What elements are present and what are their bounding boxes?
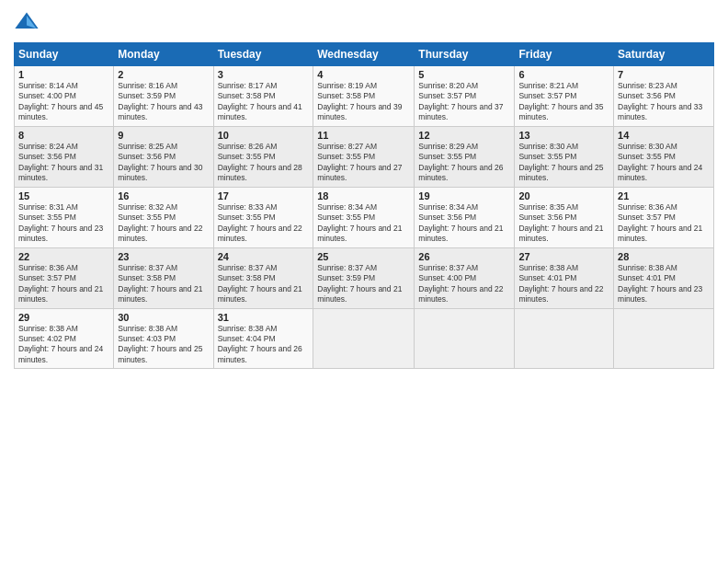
day-cell: 6 Sunrise: 8:21 AM Sunset: 3:57 PM Dayli… [515, 66, 614, 127]
day-info: Sunrise: 8:34 AM Sunset: 3:55 PM Dayligh… [317, 202, 410, 245]
day-info: Sunrise: 8:37 AM Sunset: 3:59 PM Dayligh… [317, 263, 410, 305]
day-info: Sunrise: 8:20 AM Sunset: 3:57 PM Dayligh… [418, 81, 510, 123]
day-info: Sunrise: 8:31 AM Sunset: 3:55 PM Dayligh… [18, 202, 109, 245]
day-cell: 25 Sunrise: 8:37 AM Sunset: 3:59 PM Dayl… [313, 247, 415, 308]
day-number: 22 [18, 251, 109, 262]
day-number: 11 [317, 130, 410, 141]
day-cell: 13 Sunrise: 8:30 AM Sunset: 3:55 PM Dayl… [515, 126, 614, 187]
day-cell: 17 Sunrise: 8:33 AM Sunset: 3:55 PM Dayl… [213, 187, 313, 247]
day-number: 5 [418, 69, 510, 80]
day-cell: 11 Sunrise: 8:27 AM Sunset: 3:55 PM Dayl… [313, 126, 415, 187]
logo [14, 9, 43, 35]
day-cell: 15 Sunrise: 8:31 AM Sunset: 3:55 PM Dayl… [15, 187, 114, 247]
col-header-wednesday: Wednesday [313, 43, 415, 66]
day-cell: 21 Sunrise: 8:36 AM Sunset: 3:57 PM Dayl… [614, 187, 714, 247]
day-number: 30 [118, 312, 209, 323]
day-cell: 10 Sunrise: 8:26 AM Sunset: 3:55 PM Dayl… [213, 126, 313, 187]
day-info: Sunrise: 8:25 AM Sunset: 3:56 PM Dayligh… [118, 142, 209, 184]
day-info: Sunrise: 8:17 AM Sunset: 3:58 PM Dayligh… [218, 81, 310, 123]
day-number: 27 [518, 251, 609, 262]
day-info: Sunrise: 8:16 AM Sunset: 3:59 PM Dayligh… [118, 81, 209, 123]
day-number: 16 [118, 190, 209, 201]
week-row-2: 8 Sunrise: 8:24 AM Sunset: 3:56 PM Dayli… [15, 126, 714, 187]
day-number: 19 [418, 190, 510, 201]
day-info: Sunrise: 8:27 AM Sunset: 3:55 PM Dayligh… [317, 142, 410, 184]
day-info: Sunrise: 8:23 AM Sunset: 3:56 PM Dayligh… [618, 81, 710, 123]
header [14, 9, 714, 35]
day-cell: 2 Sunrise: 8:16 AM Sunset: 3:59 PM Dayli… [114, 66, 213, 127]
day-cell: 29 Sunrise: 8:38 AM Sunset: 4:02 PM Dayl… [15, 308, 114, 369]
day-number: 29 [18, 312, 109, 323]
logo-icon [14, 9, 40, 35]
day-number: 2 [118, 69, 209, 80]
day-info: Sunrise: 8:35 AM Sunset: 3:56 PM Dayligh… [518, 202, 609, 245]
day-info: Sunrise: 8:38 AM Sunset: 4:02 PM Dayligh… [18, 324, 109, 366]
day-number: 23 [118, 251, 209, 262]
day-cell: 8 Sunrise: 8:24 AM Sunset: 3:56 PM Dayli… [15, 126, 114, 187]
day-cell: 24 Sunrise: 8:37 AM Sunset: 3:58 PM Dayl… [213, 247, 313, 308]
day-cell: 9 Sunrise: 8:25 AM Sunset: 3:56 PM Dayli… [114, 126, 213, 187]
day-cell: 16 Sunrise: 8:32 AM Sunset: 3:55 PM Dayl… [114, 187, 213, 247]
day-cell: 7 Sunrise: 8:23 AM Sunset: 3:56 PM Dayli… [614, 66, 714, 127]
day-cell [415, 308, 515, 369]
day-info: Sunrise: 8:30 AM Sunset: 3:55 PM Dayligh… [618, 142, 710, 184]
day-cell: 5 Sunrise: 8:20 AM Sunset: 3:57 PM Dayli… [415, 66, 515, 127]
day-info: Sunrise: 8:24 AM Sunset: 3:56 PM Dayligh… [18, 142, 109, 184]
day-cell: 28 Sunrise: 8:38 AM Sunset: 4:01 PM Dayl… [614, 247, 714, 308]
day-cell: 31 Sunrise: 8:38 AM Sunset: 4:04 PM Dayl… [213, 308, 313, 369]
day-info: Sunrise: 8:37 AM Sunset: 3:58 PM Dayligh… [218, 263, 310, 305]
day-number: 3 [218, 69, 310, 80]
day-info: Sunrise: 8:38 AM Sunset: 4:04 PM Dayligh… [218, 324, 310, 366]
day-info: Sunrise: 8:32 AM Sunset: 3:55 PM Dayligh… [118, 202, 209, 245]
day-number: 14 [618, 130, 710, 141]
week-row-4: 22 Sunrise: 8:36 AM Sunset: 3:57 PM Dayl… [15, 247, 714, 308]
day-info: Sunrise: 8:14 AM Sunset: 4:00 PM Dayligh… [18, 81, 109, 123]
day-number: 15 [18, 190, 109, 201]
day-info: Sunrise: 8:37 AM Sunset: 4:00 PM Dayligh… [418, 263, 510, 305]
day-number: 31 [218, 312, 310, 323]
day-number: 24 [218, 251, 310, 262]
col-header-tuesday: Tuesday [213, 43, 313, 66]
day-number: 25 [317, 251, 410, 262]
day-info: Sunrise: 8:37 AM Sunset: 3:58 PM Dayligh… [118, 263, 209, 305]
day-info: Sunrise: 8:21 AM Sunset: 3:57 PM Dayligh… [518, 81, 609, 123]
col-header-friday: Friday [515, 43, 614, 66]
day-number: 28 [618, 251, 710, 262]
day-info: Sunrise: 8:26 AM Sunset: 3:55 PM Dayligh… [218, 142, 310, 184]
day-info: Sunrise: 8:38 AM Sunset: 4:01 PM Dayligh… [618, 263, 710, 305]
day-number: 12 [418, 130, 510, 141]
day-info: Sunrise: 8:36 AM Sunset: 3:57 PM Dayligh… [618, 202, 710, 245]
day-cell: 18 Sunrise: 8:34 AM Sunset: 3:55 PM Dayl… [313, 187, 415, 247]
day-info: Sunrise: 8:29 AM Sunset: 3:55 PM Dayligh… [418, 142, 510, 184]
day-cell: 1 Sunrise: 8:14 AM Sunset: 4:00 PM Dayli… [15, 66, 114, 127]
day-info: Sunrise: 8:38 AM Sunset: 4:03 PM Dayligh… [118, 324, 209, 366]
day-number: 9 [118, 130, 209, 141]
col-header-monday: Monday [114, 43, 213, 66]
calendar-table: SundayMondayTuesdayWednesdayThursdayFrid… [14, 42, 714, 369]
week-row-1: 1 Sunrise: 8:14 AM Sunset: 4:00 PM Dayli… [15, 66, 714, 127]
day-info: Sunrise: 8:38 AM Sunset: 4:01 PM Dayligh… [518, 263, 609, 305]
calendar-header-row: SundayMondayTuesdayWednesdayThursdayFrid… [15, 43, 714, 66]
day-cell: 20 Sunrise: 8:35 AM Sunset: 3:56 PM Dayl… [515, 187, 614, 247]
day-number: 10 [218, 130, 310, 141]
day-cell [515, 308, 614, 369]
day-cell: 3 Sunrise: 8:17 AM Sunset: 3:58 PM Dayli… [213, 66, 313, 127]
day-cell: 19 Sunrise: 8:34 AM Sunset: 3:56 PM Dayl… [415, 187, 515, 247]
day-cell: 4 Sunrise: 8:19 AM Sunset: 3:58 PM Dayli… [313, 66, 415, 127]
week-row-5: 29 Sunrise: 8:38 AM Sunset: 4:02 PM Dayl… [15, 308, 714, 369]
day-number: 7 [618, 69, 710, 80]
day-info: Sunrise: 8:19 AM Sunset: 3:58 PM Dayligh… [317, 81, 410, 123]
day-cell: 27 Sunrise: 8:38 AM Sunset: 4:01 PM Dayl… [515, 247, 614, 308]
day-cell [313, 308, 415, 369]
day-cell: 14 Sunrise: 8:30 AM Sunset: 3:55 PM Dayl… [614, 126, 714, 187]
day-cell [614, 308, 714, 369]
day-info: Sunrise: 8:34 AM Sunset: 3:56 PM Dayligh… [418, 202, 510, 245]
day-cell: 23 Sunrise: 8:37 AM Sunset: 3:58 PM Dayl… [114, 247, 213, 308]
day-number: 4 [317, 69, 410, 80]
day-number: 1 [18, 69, 109, 80]
day-number: 26 [418, 251, 510, 262]
col-header-sunday: Sunday [15, 43, 114, 66]
day-number: 20 [518, 190, 609, 201]
day-number: 6 [518, 69, 609, 80]
day-number: 8 [18, 130, 109, 141]
